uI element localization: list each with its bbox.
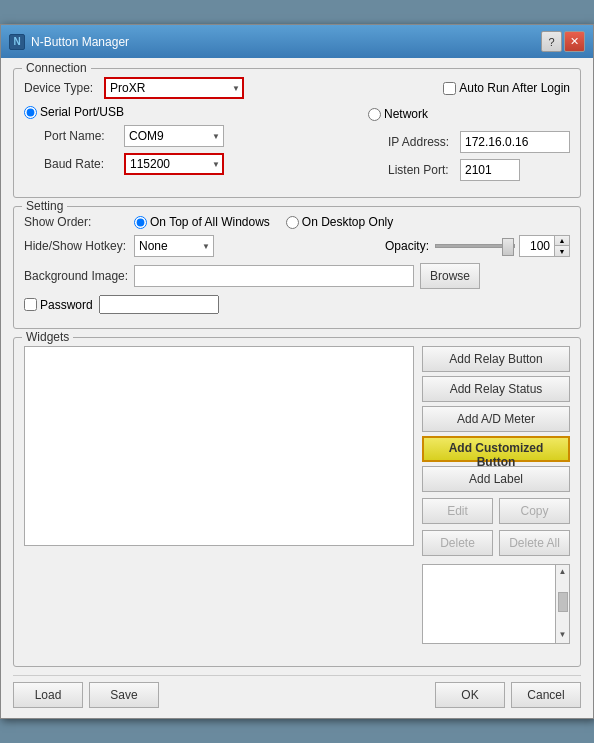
edit-btn[interactable]: Edit xyxy=(422,498,493,524)
title-controls: ? ✕ xyxy=(541,31,585,52)
password-row: Password xyxy=(24,295,570,314)
bg-image-label: Background Image: xyxy=(24,269,134,283)
title-bar: N N-Button Manager ? ✕ xyxy=(1,25,593,58)
auto-run-label: Auto Run After Login xyxy=(459,81,570,95)
baud-rate-select[interactable]: 9600 19200 38400 57600 115200 xyxy=(124,153,224,175)
serial-section: Serial Port/USB Port Name: COM9 xyxy=(24,105,352,187)
network-radio[interactable] xyxy=(368,108,381,121)
scrollbar-vertical[interactable]: ▲ ▼ xyxy=(555,565,569,643)
opacity-spinners: ▲ ▼ xyxy=(555,235,570,257)
widgets-buttons: Add Relay Button Add Relay Status Add A/… xyxy=(422,346,570,650)
opacity-up-btn[interactable]: ▲ xyxy=(555,236,569,246)
listen-port-row: Listen Port: xyxy=(388,159,570,181)
port-name-wrapper: COM9 xyxy=(124,125,224,147)
edit-copy-row: Edit Copy xyxy=(422,498,570,524)
close-button[interactable]: ✕ xyxy=(564,31,585,52)
delete-all-btn[interactable]: Delete All xyxy=(499,530,570,556)
bg-image-row: Background Image: Browse xyxy=(24,263,570,289)
add-customized-btn[interactable]: Add Customized Button xyxy=(422,436,570,462)
hotkey-select[interactable]: None Ctrl+F1 Ctrl+F2 xyxy=(134,235,214,257)
show-order-label: Show Order: xyxy=(24,215,134,229)
device-type-select[interactable]: ProXR NCD Other xyxy=(104,77,244,99)
baud-rate-wrapper: 9600 19200 38400 57600 115200 xyxy=(124,153,224,175)
hotkey-label: Hide/Show Hotkey: xyxy=(24,239,134,253)
widgets-group: Widgets Add Relay Button Add Relay Statu… xyxy=(13,337,581,667)
auto-run-checkbox[interactable] xyxy=(443,82,456,95)
opacity-input[interactable] xyxy=(519,235,555,257)
ip-address-row: IP Address: xyxy=(388,131,570,153)
port-name-row: Port Name: COM9 xyxy=(44,125,352,147)
cancel-button[interactable]: Cancel xyxy=(511,682,581,708)
add-ad-meter-btn[interactable]: Add A/D Meter xyxy=(422,406,570,432)
baud-rate-label: Baud Rate: xyxy=(44,157,124,171)
connection-mode-row: Serial Port/USB Port Name: COM9 xyxy=(24,105,570,187)
network-radio-row: Network xyxy=(368,107,570,121)
setting-label: Setting xyxy=(22,199,67,213)
device-type-row: Device Type: ProXR NCD Other Auto Run Af… xyxy=(24,77,570,99)
ip-address-label: IP Address: xyxy=(388,135,460,149)
ip-address-input[interactable] xyxy=(460,131,570,153)
scrollbar-thumb[interactable] xyxy=(558,592,568,612)
serial-radio[interactable] xyxy=(24,106,37,119)
app-icon: N xyxy=(9,34,25,50)
setting-group: Setting Show Order: On Top of All Window… xyxy=(13,206,581,329)
listen-port-input[interactable] xyxy=(460,159,520,181)
show-order-row: Show Order: On Top of All Windows On Des… xyxy=(24,215,570,229)
footer-left: Load Save xyxy=(13,682,159,708)
serial-label: Serial Port/USB xyxy=(40,105,124,119)
network-label: Network xyxy=(384,107,428,121)
password-label: Password xyxy=(40,298,93,312)
widget-text-area[interactable]: ▲ ▼ xyxy=(422,564,570,644)
opacity-label: Opacity: xyxy=(385,239,429,253)
ok-button[interactable]: OK xyxy=(435,682,505,708)
add-label-btn[interactable]: Add Label xyxy=(422,466,570,492)
widgets-list[interactable] xyxy=(24,346,414,546)
title-bar-left: N N-Button Manager xyxy=(9,34,129,50)
password-checkbox[interactable] xyxy=(24,298,37,311)
opacity-spin: ▲ ▼ xyxy=(519,235,570,257)
on-desktop-radio[interactable] xyxy=(286,216,299,229)
window-title: N-Button Manager xyxy=(31,35,129,49)
device-type-wrapper: ProXR NCD Other xyxy=(104,77,244,99)
network-options: IP Address: Listen Port: xyxy=(368,131,570,187)
connection-group: Connection Device Type: ProXR NCD Other … xyxy=(13,68,581,198)
copy-btn[interactable]: Copy xyxy=(499,498,570,524)
on-top-label: On Top of All Windows xyxy=(150,215,270,229)
opacity-slider-thumb[interactable] xyxy=(502,238,514,256)
on-desktop-label: On Desktop Only xyxy=(302,215,393,229)
opacity-slider-track xyxy=(435,244,515,248)
connection-label: Connection xyxy=(22,61,91,75)
port-name-select[interactable]: COM9 xyxy=(124,125,224,147)
serial-radio-row: Serial Port/USB xyxy=(24,105,352,119)
listen-port-label: Listen Port: xyxy=(388,163,460,177)
main-window: N N-Button Manager ? ✕ Connection Device… xyxy=(0,24,594,719)
on-top-radio[interactable] xyxy=(134,216,147,229)
scroll-down-arrow[interactable]: ▼ xyxy=(557,628,569,641)
hotkey-row: Hide/Show Hotkey: None Ctrl+F1 Ctrl+F2 O… xyxy=(24,235,570,257)
opacity-down-btn[interactable]: ▼ xyxy=(555,246,569,256)
network-section: Network IP Address: Listen Port: xyxy=(368,105,570,187)
load-button[interactable]: Load xyxy=(13,682,83,708)
device-type-label: Device Type: xyxy=(24,81,104,95)
hotkey-wrapper: None Ctrl+F1 Ctrl+F2 xyxy=(134,235,214,257)
baud-rate-row: Baud Rate: 9600 19200 38400 57600 115200 xyxy=(44,153,352,175)
widgets-main: Add Relay Button Add Relay Status Add A/… xyxy=(24,346,570,650)
window-body: Connection Device Type: ProXR NCD Other … xyxy=(1,58,593,718)
serial-options: Port Name: COM9 Baud Rate: 9 xyxy=(24,125,352,175)
bg-image-input[interactable] xyxy=(134,265,414,287)
delete-row: Delete Delete All xyxy=(422,530,570,556)
save-button[interactable]: Save xyxy=(89,682,159,708)
port-name-label: Port Name: xyxy=(44,129,124,143)
footer-row: Load Save OK Cancel xyxy=(13,675,581,708)
footer-right: OK Cancel xyxy=(435,682,581,708)
help-button[interactable]: ? xyxy=(541,31,562,52)
browse-button[interactable]: Browse xyxy=(420,263,480,289)
widgets-label: Widgets xyxy=(22,330,73,344)
password-input[interactable] xyxy=(99,295,219,314)
scroll-up-arrow[interactable]: ▲ xyxy=(557,565,569,578)
add-relay-status-btn[interactable]: Add Relay Status xyxy=(422,376,570,402)
delete-btn[interactable]: Delete xyxy=(422,530,493,556)
add-relay-button-btn[interactable]: Add Relay Button xyxy=(422,346,570,372)
